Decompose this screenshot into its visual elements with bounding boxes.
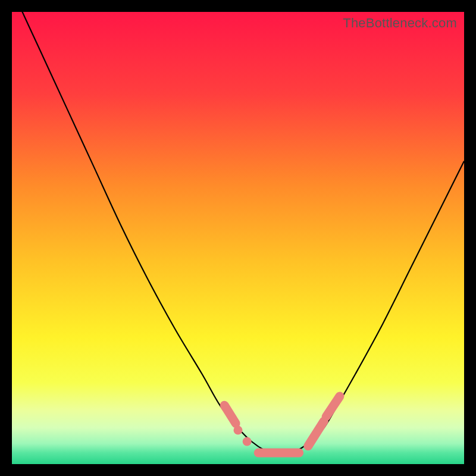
marker-pill — [308, 421, 324, 446]
bottleneck-curve — [12, 12, 464, 464]
marker-pill — [326, 396, 340, 416]
curve-line — [12, 12, 464, 453]
curve-markers — [224, 396, 340, 453]
marker-pill — [224, 405, 236, 423]
marker-dot — [243, 437, 252, 446]
plot-area: TheBottleneck.com — [12, 12, 464, 464]
chart-frame: TheBottleneck.com — [0, 0, 476, 476]
